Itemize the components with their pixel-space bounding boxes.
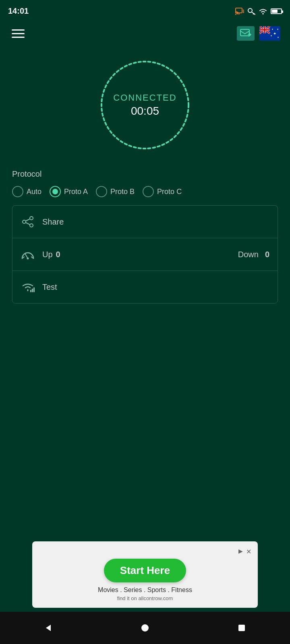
svg-line-29	[26, 219, 30, 221]
protocol-options: Auto Proto A Proto B Proto C	[12, 186, 278, 197]
svg-rect-34	[33, 287, 35, 292]
ad-top-row: ▶ ✕	[39, 548, 251, 555]
speed-button[interactable]: Up 0 Down 0	[12, 238, 278, 270]
svg-rect-37	[238, 625, 245, 631]
svg-marker-35	[46, 625, 51, 631]
protocol-option-proto-a[interactable]: Proto A	[50, 186, 88, 197]
svg-point-26	[30, 217, 33, 220]
hamburger-menu[interactable]	[10, 27, 27, 40]
share-button[interactable]: Share	[12, 205, 278, 238]
nav-back-button[interactable]	[38, 618, 58, 638]
wifi-icon	[259, 8, 267, 15]
svg-point-31	[27, 258, 29, 260]
share-icon	[21, 215, 35, 229]
connection-area[interactable]: CONNECTED 00:05	[0, 49, 290, 165]
action-buttons: Share Up 0 Down 0	[0, 205, 290, 303]
down-label: Down	[238, 250, 259, 259]
ad-arrow-icon[interactable]: ▶	[238, 548, 243, 555]
mail-icon	[240, 29, 251, 38]
protocol-option-proto-b[interactable]: Proto B	[96, 186, 135, 197]
radio-proto-b[interactable]	[96, 186, 107, 197]
status-bar: 14:01	[0, 0, 290, 22]
radio-auto-label: Auto	[27, 188, 41, 196]
nav-bar	[0, 612, 290, 644]
up-label: Up	[42, 250, 53, 259]
radio-auto[interactable]	[12, 186, 23, 197]
protocol-option-auto[interactable]: Auto	[12, 186, 41, 197]
up-value: 0	[56, 250, 60, 259]
nav-recent-button[interactable]	[232, 618, 252, 638]
svg-text:✦: ✦	[270, 35, 272, 37]
ad-close-button[interactable]: ✕	[246, 548, 251, 555]
radio-proto-a-label: Proto A	[64, 188, 88, 196]
svg-rect-33	[32, 289, 33, 292]
cast-icon	[235, 8, 244, 15]
svg-text:✦: ✦	[277, 36, 279, 39]
ad-banner: ▶ ✕ Start Here Movies . Series . Sports …	[32, 541, 258, 608]
svg-point-27	[23, 220, 26, 223]
status-time: 14:01	[8, 6, 29, 16]
mail-forward-button[interactable]	[237, 26, 255, 41]
ad-categories: Movies . Series . Sports . Fitness	[39, 586, 251, 594]
test-button[interactable]: Test	[12, 270, 278, 303]
connection-timer: 00:05	[113, 105, 176, 118]
radio-proto-c[interactable]	[143, 186, 154, 197]
radio-proto-b-label: Proto B	[110, 188, 135, 196]
key-icon	[247, 8, 255, 15]
radio-proto-a[interactable]	[50, 186, 61, 197]
svg-point-28	[30, 224, 33, 227]
connection-circle[interactable]: CONNECTED 00:05	[97, 57, 193, 153]
status-icons	[235, 8, 282, 15]
protocol-section: Protocol Auto Proto A Proto B Proto C	[0, 165, 290, 205]
share-label: Share	[42, 217, 64, 227]
speedometer-icon	[21, 247, 35, 262]
top-bar: ✦ ✦ ✦ ✦ ✦	[0, 22, 290, 45]
protocol-title: Protocol	[12, 169, 278, 179]
battery-icon	[271, 8, 282, 14]
svg-point-1	[235, 14, 236, 15]
svg-text:✦: ✦	[277, 28, 279, 31]
svg-text:✦: ✦	[273, 31, 276, 36]
protocol-option-proto-c[interactable]: Proto C	[143, 186, 182, 197]
svg-point-36	[141, 624, 149, 632]
test-label: Test	[42, 283, 57, 292]
radio-proto-c-label: Proto C	[157, 188, 182, 196]
svg-line-30	[26, 223, 30, 225]
country-flag-australia[interactable]: ✦ ✦ ✦ ✦ ✦	[259, 26, 280, 41]
svg-text:✦: ✦	[271, 28, 273, 31]
down-value: 0	[265, 250, 269, 259]
svg-rect-32	[30, 290, 31, 292]
top-right-icons: ✦ ✦ ✦ ✦ ✦	[237, 26, 280, 41]
circle-text: CONNECTED 00:05	[113, 93, 176, 118]
connection-status: CONNECTED	[113, 93, 176, 103]
ad-start-button[interactable]: Start Here	[104, 559, 186, 582]
wifi-test-icon	[21, 280, 35, 294]
speed-row: Up 0 Down 0	[42, 250, 269, 259]
ad-domain: find it on allcontrow.com	[39, 595, 251, 601]
nav-home-button[interactable]	[135, 618, 155, 638]
